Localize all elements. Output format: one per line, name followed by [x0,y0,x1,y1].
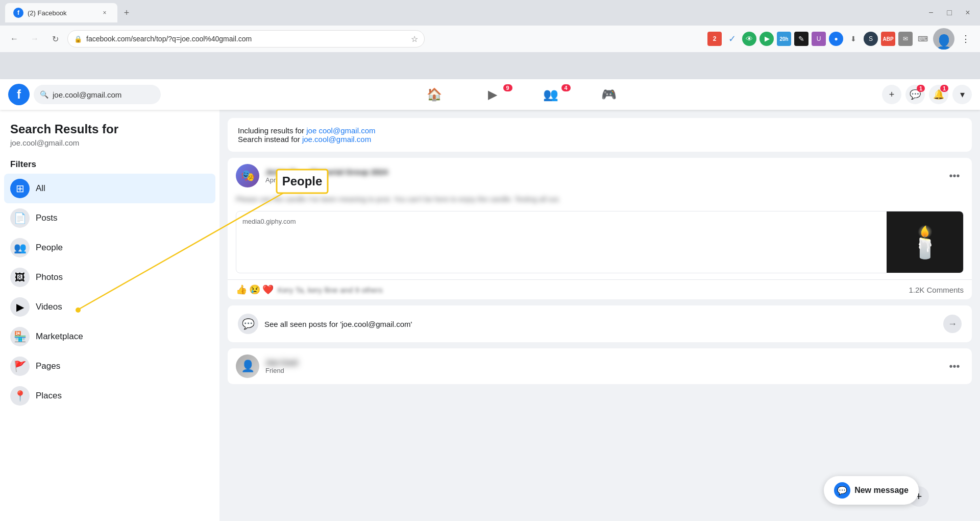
post-link-domain-1: media0.giphy.com [242,218,880,225]
ext-icon-6[interactable]: ✎ [794,32,808,46]
menu-button[interactable]: ▾ [952,85,972,104]
post-date-1: Apr 30 · 🌐 · P [265,176,939,184]
reload-button[interactable]: ↻ [47,31,63,47]
heart-reaction: ❤️ [262,284,274,295]
sidebar-item-posts[interactable]: 📄 Posts [4,203,215,233]
post-avatar-2: 👤 [236,354,259,378]
videos-icon: ▶ [10,297,30,317]
pages-icon: 🚩 [10,357,30,376]
new-tab-button[interactable]: + [119,6,134,20]
add-button[interactable]: + [882,85,901,104]
comments-count[interactable]: 1.2K Comments [909,286,964,294]
ext-icon-7[interactable]: U [812,32,826,46]
like-reaction: 👍 [236,284,247,295]
search-instead-link[interactable]: joe.cool@gmail.com [302,135,371,144]
search-instead-text: Search instead for joe.cool@gmail.com [238,135,962,144]
notifications-button[interactable]: 🔔 1 [929,85,948,104]
including-results-text: Including results for joe cool@gmail.com [238,126,962,135]
sidebar-item-photos[interactable]: 🖼 Photos [4,263,215,292]
facebook-search-bar[interactable]: 🔍 [34,85,161,104]
maximize-button[interactable]: □ [942,6,957,20]
forward-button[interactable]: → [27,31,43,47]
search-info-box: Including results for joe cool@gmail.com… [228,118,972,152]
video-icon: ▶ [488,87,497,102]
sidebar-item-pages[interactable]: 🚩 Pages [4,351,215,381]
post-link-preview-1[interactable]: media0.giphy.com 🕯️ [236,211,964,273]
sad-reaction: 😢 [249,284,260,295]
nav-gaming[interactable]: 🎮 [581,81,637,108]
post-card-2: 👤 Joe Cool Friend ••• [228,348,972,384]
friend-badge: Friend [265,367,939,374]
posts-icon: 📄 [10,208,30,228]
ext-icon-8[interactable]: ● [829,32,843,46]
search-input[interactable] [53,90,155,99]
browser-tab[interactable]: f (2) Facebook × [5,3,117,22]
ext-icon-3[interactable]: 👁 [742,32,756,46]
ext-icon-9[interactable]: ⬇ [846,32,861,46]
search-icon: 🔍 [40,90,48,99]
ext-icon-12[interactable]: ✉ [898,32,913,46]
bookmark-icon[interactable]: ☆ [411,34,418,44]
new-message-area: 💬 New message + [904,486,929,507]
minimize-button[interactable]: − [924,6,938,20]
ext-icon-2[interactable]: ✓ [725,32,739,46]
nav-home[interactable]: 🏠 [406,81,462,108]
sidebar-item-label-posts: Posts [36,213,58,223]
groups-icon: 👥 [543,87,558,102]
sidebar-item-all[interactable]: ⊞ All [4,174,215,203]
post-more-button-1[interactable]: ••• [945,167,964,185]
sidebar-item-label-marketplace: Marketplace [36,331,83,342]
see-all-icon: 💬 [238,314,258,334]
ext-icon-4[interactable]: ▶ [760,32,774,46]
chrome-menu-button[interactable]: ⋮ [958,31,974,47]
nav-video[interactable]: ▶ 9 [464,81,521,108]
gaming-icon: 🎮 [601,87,617,102]
including-results-link[interactable]: joe cool@gmail.com [306,126,375,135]
tab-close-button[interactable]: × [100,8,109,17]
sidebar-item-label-videos: Videos [36,302,62,312]
ext-icon-5[interactable]: 20h [777,32,791,46]
post-card-1: 🎭 Jenny Ta → Memorial Group 2024 Apr 30 … [228,158,972,299]
url-text: facebook.com/search/top/?q=joe.cool%40gm… [86,35,407,43]
chrome-user-avatar[interactable] [933,28,954,50]
back-button[interactable]: ← [6,31,22,47]
see-all-arrow: → [943,315,962,333]
sidebar-item-marketplace[interactable]: 🏪 Marketplace [4,322,215,351]
post-more-button-2[interactable]: ••• [945,357,964,375]
post-username-2: Joe Cool [265,358,939,367]
search-sidebar: Search Results for joe.cool@gmail.com Fi… [0,110,219,521]
see-all-posts-card[interactable]: 💬 See all seen posts for 'joe.cool@gmail… [228,305,972,342]
all-icon: ⊞ [10,179,30,198]
ext-icon-11[interactable]: ABP [881,32,895,46]
post-user-info-2: Joe Cool Friend [265,358,939,374]
filters-label: Filters [4,155,215,174]
ext-icon-1[interactable]: 2 [707,32,722,46]
marketplace-icon: 🏪 [10,327,30,346]
messenger-button[interactable]: 💬 1 [905,85,925,104]
sidebar-item-people[interactable]: 👥 People [4,233,215,263]
ext-icon-10[interactable]: S [864,32,878,46]
facebook-logo[interactable]: f [8,84,30,105]
search-results-content: Including results for joe cool@gmail.com… [219,110,980,521]
ext-icon-13[interactable]: ⌨ [916,32,930,46]
sidebar-item-places[interactable]: 📍 Places [4,381,215,411]
candle-icon: 🕯️ [906,224,944,260]
new-message-label: New message [854,486,909,495]
photos-icon: 🖼 [10,268,30,287]
facebook-nav: 🏠 ▶ 9 👥 4 🎮 [161,81,882,108]
video-badge: 9 [503,84,512,91]
new-message-button[interactable]: 💬 New message [824,476,919,505]
sidebar-item-videos[interactable]: ▶ Videos [4,292,215,322]
sidebar-item-label-pages: Pages [36,361,60,371]
plus-icon: + [889,89,895,100]
post-username-1: Jenny Ta → Memorial Group 2024 [265,168,939,176]
address-bar[interactable]: 🔒 facebook.com/search/top/?q=joe.cool%40… [67,30,425,48]
people-icon: 👥 [10,238,30,257]
close-button[interactable]: × [961,6,975,20]
tab-title: (2) Facebook [28,9,96,17]
sidebar-subtitle: joe.cool@gmail.com [4,138,215,155]
notifications-badge: 1 [940,85,948,92]
sidebar-item-label-places: Places [36,391,62,401]
new-message-messenger-icon: 💬 [834,482,850,499]
nav-groups[interactable]: 👥 4 [523,81,579,108]
